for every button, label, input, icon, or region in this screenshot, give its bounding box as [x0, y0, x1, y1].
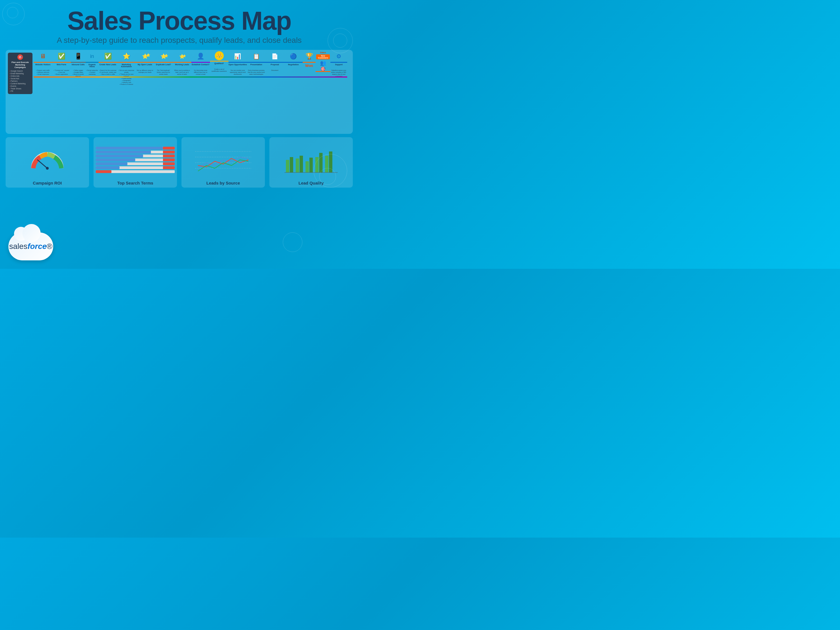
- new-customers-container: Sales NewCustomers 👥 🎯: [316, 51, 330, 71]
- search-bar-1: [96, 147, 175, 150]
- customers-icon: 👥: [320, 60, 326, 66]
- step-icon-container: 📋: [251, 51, 261, 61]
- process-map: 🎯 Plan and Execute Marketing Campaigns G…: [6, 50, 353, 134]
- sidebar-item: Content Marketing: [9, 82, 31, 85]
- step-desc-duplicate: The "find duplicate" button searches for…: [154, 69, 173, 75]
- step-label-webform: Web Form: [57, 63, 66, 69]
- step-label-negotiation: Negotiation: [288, 63, 299, 69]
- step-organic: in Organic Views • Social networks• Cont…: [86, 51, 99, 75]
- step-icon-container: 🏆: [304, 51, 314, 61]
- step-icon-container: ✅: [56, 51, 66, 61]
- page-title: Sales Process Map: [0, 8, 358, 33]
- support-icon: ⚙: [336, 53, 341, 60]
- step-label-support: Support: [335, 63, 343, 69]
- target-icon: 🎯: [321, 66, 325, 71]
- step-open-opportunities: 📊 Open Opportunities You can monitor you…: [229, 51, 247, 75]
- step-desc-visitors: • Organic web traffic• Address referrals…: [36, 69, 51, 75]
- step-icon-container: 📊: [233, 51, 243, 61]
- step-icon-container: ⭐ ⭐: [140, 51, 150, 61]
- step-won: 🏆 Won: [303, 51, 316, 68]
- step-label-opportunities: Open Opportunities: [229, 63, 247, 69]
- search-bar-4: [96, 158, 175, 161]
- step-desc-qualified: Create a set of qualification questions: [210, 68, 229, 72]
- timeline-line: [33, 76, 347, 77]
- chart-top-search-terms: Top Search Terms: [93, 137, 177, 188]
- search-bar-7: [96, 170, 175, 173]
- step-icon-container: ⭐ ⭐: [158, 51, 169, 61]
- charts-area: Campaign ROI: [6, 137, 353, 188]
- page-subtitle: A step-by-step guide to reach prospects,…: [0, 36, 358, 45]
- chart-visual-search: [96, 141, 175, 179]
- chart-campaign-roi: Campaign ROI: [6, 137, 89, 188]
- step-icon-container: 📄: [270, 51, 280, 61]
- proposal-icon: 📄: [271, 53, 278, 60]
- search-bar-3: [96, 155, 175, 157]
- svg-rect-8: [296, 158, 299, 172]
- linkedin-icon: in: [90, 54, 94, 59]
- crown-container: 👑: [215, 51, 224, 60]
- svg-line-0: [38, 160, 47, 168]
- step-desc-proposal: Document: [271, 69, 279, 71]
- step-label-presentation: Presentation: [250, 63, 262, 69]
- step-create-leads: ✅ Create New Leads • Search for the cust…: [99, 51, 117, 75]
- step-label-qualified: Qualified?: [215, 62, 224, 68]
- step-desc-opportunities: You can monitor your opportunity reports…: [229, 69, 247, 75]
- search-row-5: [96, 163, 175, 165]
- chart-visual-leads: [184, 141, 263, 179]
- chart-title-roi: Campaign ROI: [33, 181, 62, 185]
- search-bar-2: [96, 151, 175, 153]
- step-proposal: 📄 Proposal Document: [265, 51, 284, 71]
- step-website-visitors: 🖥 Website Visitors • Organic web traffic…: [33, 51, 52, 75]
- step-icon-container: in: [87, 51, 97, 61]
- search-row-3: [96, 155, 175, 157]
- search-row-7: [96, 170, 175, 173]
- sidebar-item: Partners: [9, 80, 31, 82]
- chart-title-search: Top Search Terms: [117, 181, 153, 185]
- working-icon-2: ⭐: [183, 54, 186, 57]
- step-label-openleads: My Open Leads: [138, 63, 152, 69]
- step-inbound-calls: 📱 Inbound Calls • Yellow pages• Google M…: [71, 51, 86, 77]
- step-icon-container: ⭐: [121, 51, 131, 61]
- salesforce-logo-area: salesforce®: [8, 232, 53, 261]
- step-icon-container: 👤: [196, 51, 205, 61]
- step-label-contact: Establish Contact?: [192, 63, 210, 69]
- search-row-2: [96, 151, 175, 153]
- new-customers-badge: NewCustomers: [316, 54, 330, 59]
- leads-line-chart-svg: [195, 146, 251, 174]
- step-label-visitors: Website Visitors: [35, 63, 51, 69]
- webform-icon: ✅: [58, 53, 65, 60]
- svg-rect-7: [290, 157, 293, 172]
- phone-icon: 📱: [74, 53, 82, 60]
- sidebar-title: Plan and Execute Marketing Campaigns: [9, 61, 31, 69]
- step-new-customers: Sales NewCustomers 👥 🎯: [316, 51, 330, 73]
- search-bar-5: [96, 163, 175, 165]
- step-desc-createleads: • Search for the customer• If not found,…: [99, 69, 117, 75]
- step-open-leads: ⭐ ⭐ My Open Leads Set up different views…: [136, 51, 154, 73]
- opportunities-icon: 📊: [234, 53, 241, 60]
- search-row-4: [96, 158, 175, 161]
- create-leads-icon: ✅: [104, 53, 112, 60]
- step-label-won: Won: [305, 63, 313, 68]
- chart-leads-by-source: Leads by Source: [182, 137, 265, 188]
- step-desc-openleads: Set up different views to manage your le…: [136, 69, 154, 73]
- salesforce-logo-text: salesforce®: [9, 242, 52, 251]
- step-icon-container: ⚙: [334, 51, 344, 61]
- step-working-leads: ⭐ ⭐ Working Leads When you're working a …: [173, 51, 191, 75]
- step-support: ⚙ Support Salesforce gives your entire c…: [330, 51, 347, 77]
- step-marketing-automation: ⭐ Marketing Automation • Set up auto-res…: [117, 51, 136, 85]
- left-sidebar: 🎯 Plan and Execute Marketing Campaigns G…: [8, 53, 33, 94]
- step-desc-webform: • "Contact me" request• Free trial• Even…: [53, 69, 70, 75]
- step-icon-container: 📱: [73, 51, 83, 61]
- step-label-working: Working Leads: [175, 63, 189, 69]
- step-desc-presentation: Find a business process that fits your p…: [247, 69, 265, 75]
- trophy-icon: 🏆: [305, 53, 313, 60]
- step-label-organic: Organic Views: [86, 63, 99, 69]
- sales-label: Sales: [320, 51, 326, 54]
- search-bar-6: [96, 166, 175, 169]
- duplicate-small-icon: ⭐: [164, 54, 168, 58]
- star-filter-icon: ⭐: [123, 53, 130, 60]
- sidebar-item: Events: [9, 85, 31, 87]
- step-label-proposal: Proposal: [270, 63, 279, 69]
- person-icon: 👤: [197, 53, 204, 60]
- monitor-icon: 🖥: [40, 53, 46, 60]
